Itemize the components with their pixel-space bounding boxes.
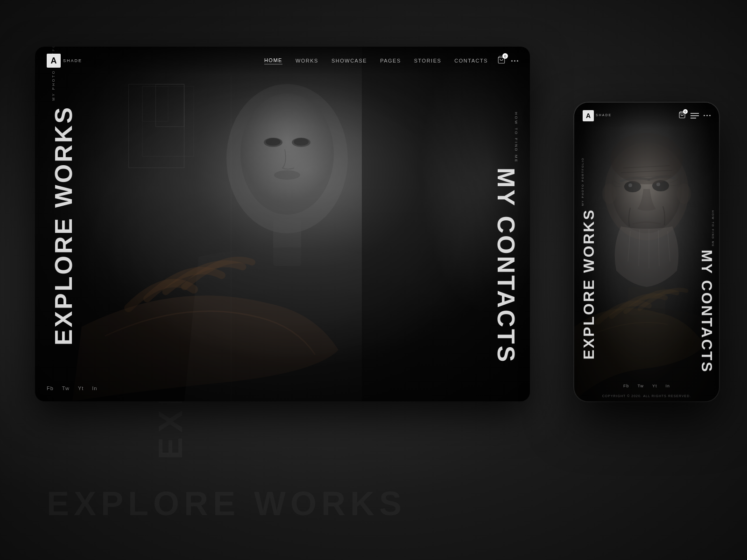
social-tw[interactable]: Tw <box>62 385 70 391</box>
tablet-screen: A SHADE HOME WORKS SHOWCASE PAGES STORIE… <box>35 47 530 401</box>
svg-point-4 <box>264 138 282 147</box>
phone-dots-menu <box>704 115 711 116</box>
phone-device: A SHADE 0 <box>574 103 719 401</box>
svg-line-31 <box>668 231 670 261</box>
hamburger-menu <box>691 113 699 119</box>
cart-icon[interactable]: 0 <box>497 56 506 66</box>
svg-point-8 <box>274 170 300 180</box>
svg-point-26 <box>656 182 660 186</box>
phone-navbar: A SHADE 0 <box>574 103 719 128</box>
phone-more-icon[interactable] <box>704 115 711 116</box>
tablet-nav-icons: 0 <box>497 56 518 66</box>
svg-point-7 <box>294 138 309 146</box>
svg-line-20 <box>623 166 670 168</box>
phone-hero-left-small: MY PHOTO PORTFOLIO <box>581 157 584 206</box>
phone-logo-text: SHADE <box>596 113 612 117</box>
svg-point-23 <box>624 181 641 192</box>
svg-point-2 <box>226 84 348 233</box>
tablet-hero-photo <box>35 47 530 401</box>
phone-social-tw[interactable]: Tw <box>637 384 644 388</box>
phone-hero-right-large: MY CONTACTS <box>699 250 714 373</box>
tablet-hero-left-text: MY PHOTO PORTFOLIO EXPLORE WORKS <box>51 47 76 345</box>
svg-rect-35 <box>628 287 665 315</box>
nav-link-showcase[interactable]: SHOWCASE <box>331 58 367 63</box>
phone-hamburger-icon[interactable] <box>691 113 699 119</box>
phone-social-in[interactable]: In <box>666 384 670 388</box>
nav-link-pages[interactable]: PAGES <box>380 58 401 63</box>
svg-line-21 <box>621 170 672 173</box>
svg-rect-9 <box>273 219 301 266</box>
svg-rect-1 <box>35 47 530 401</box>
phone-social-yt[interactable]: Yt <box>652 384 657 388</box>
cart-badge: 0 <box>502 53 508 59</box>
logo-letter: A <box>47 54 61 68</box>
nav-link-stories[interactable]: STORIES <box>414 58 442 63</box>
social-yt[interactable]: Yt <box>78 385 84 391</box>
phone-hero-left-text: MY PHOTO PORTFOLIO EXPLORE WORKS <box>581 157 596 359</box>
tablet-grid-decoration <box>128 84 184 168</box>
tablet-nav-links: HOME WORKS SHOWCASE PAGES STORIES CONTAC… <box>264 57 488 64</box>
svg-point-5 <box>292 138 310 147</box>
svg-point-32 <box>602 183 616 204</box>
svg-point-34 <box>610 133 683 184</box>
phone-hero-right-small: HOW TO FIND ME <box>712 210 714 247</box>
phone-cart-icon[interactable]: 0 <box>678 111 686 120</box>
svg-point-3 <box>240 93 334 215</box>
social-in[interactable]: In <box>92 385 97 391</box>
svg-point-6 <box>266 138 281 146</box>
phone-social-links: Fb Tw Yt In <box>574 384 719 388</box>
phone-cart-badge: 0 <box>683 109 688 114</box>
tablet-hero-right-small: HOW TO FIND ME <box>514 112 518 163</box>
phone-logo[interactable]: A SHADE <box>583 110 612 121</box>
svg-rect-13 <box>35 47 530 401</box>
tablet-hero-right-large: MY CONTACTS <box>494 168 518 364</box>
tablet-hero-left-large: EXPLORE WORKS <box>51 105 76 345</box>
svg-line-27 <box>628 231 630 261</box>
tablet-hero-right-text: HOW TO FIND ME MY CONTACTS <box>494 112 518 364</box>
svg-point-33 <box>677 183 691 204</box>
watermark-bottom: EXPLORE WORKS <box>47 484 406 523</box>
nav-link-home[interactable]: HOME <box>264 57 282 64</box>
svg-point-18 <box>605 142 689 240</box>
phone-logo-letter: A <box>583 110 594 121</box>
svg-point-24 <box>652 180 669 191</box>
tablet-social-links: Fb Tw Yt In <box>47 385 98 391</box>
svg-rect-0 <box>35 47 530 401</box>
svg-point-25 <box>628 183 632 187</box>
logo-text: SHADE <box>63 58 82 63</box>
tablet-navbar: A SHADE HOME WORKS SHOWCASE PAGES STORIE… <box>35 47 530 75</box>
phone-social-fb[interactable]: Fb <box>623 384 629 388</box>
phone-screen: A SHADE 0 <box>574 103 719 401</box>
svg-line-28 <box>639 230 640 266</box>
phone-hero-left-large: EXPLORE WORKS <box>581 209 596 359</box>
svg-point-19 <box>612 145 682 233</box>
phone-nav-icons: 0 <box>678 111 711 120</box>
tablet-device: A SHADE HOME WORKS SHOWCASE PAGES STORIE… <box>35 47 530 401</box>
svg-line-30 <box>658 230 659 266</box>
phone-copyright: COPYRIGHT © 2020. ALL RIGHTS RESERVED. <box>574 394 719 398</box>
nav-link-works[interactable]: WORKS <box>296 58 318 63</box>
nav-link-contacts[interactable]: CONTACTS <box>454 58 488 63</box>
phone-hero-right-text: HOW TO FIND ME MY CONTACTS <box>699 210 714 373</box>
social-fb[interactable]: Fb <box>47 385 54 391</box>
svg-line-22 <box>625 175 671 177</box>
tablet-logo[interactable]: A SHADE <box>47 54 82 68</box>
dots-menu <box>511 60 518 62</box>
more-options-icon[interactable] <box>511 60 518 62</box>
